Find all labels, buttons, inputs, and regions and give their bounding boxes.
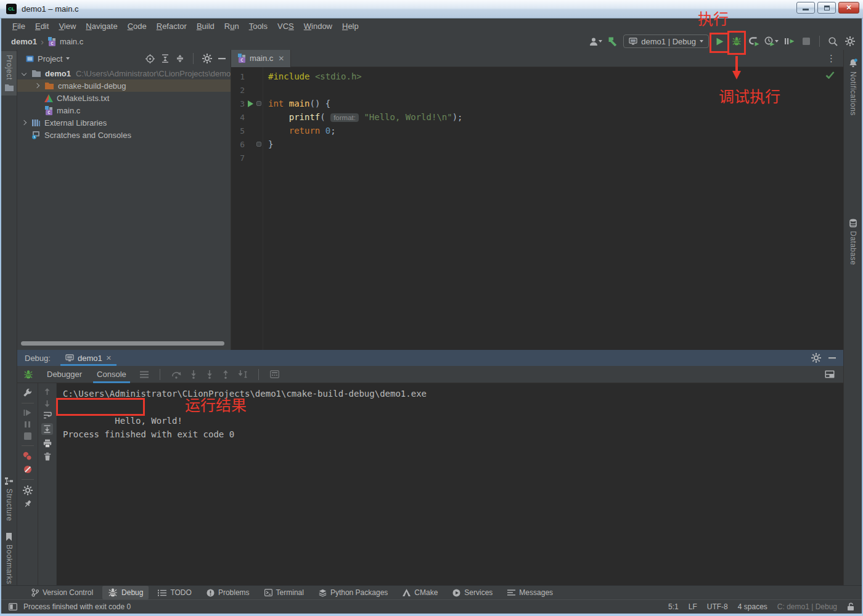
coverage-button[interactable] — [747, 34, 761, 49]
fold-marker-icon[interactable] — [256, 142, 261, 147]
hide-panel-icon[interactable] — [828, 357, 836, 359]
menu-run[interactable]: Run — [219, 20, 244, 32]
menu-window[interactable]: Window — [299, 20, 337, 32]
tab-console[interactable]: Console — [89, 366, 134, 383]
stop-icon[interactable] — [24, 432, 31, 440]
stripe-tab-bookmarks[interactable]: Bookmarks — [1, 529, 17, 588]
menu-vcs[interactable]: VCS — [272, 20, 299, 32]
breadcrumb-project[interactable]: demo1 — [11, 37, 37, 46]
force-step-into-icon[interactable] — [206, 370, 213, 379]
close-tab-icon[interactable]: ✕ — [278, 54, 284, 63]
minimize-button[interactable] — [796, 2, 815, 14]
tree-item-external-libraries[interactable]: External Libraries — [17, 116, 231, 129]
editor[interactable]: c main.c ✕ ⋮ 1234567 #include <stdio.h>i… — [231, 50, 843, 350]
mute-breakpoints-icon[interactable] — [23, 465, 32, 474]
tab-debugger[interactable]: Debugger — [39, 366, 89, 383]
menu-navigate[interactable]: Navigate — [81, 20, 122, 32]
editor-options-icon[interactable]: ⋮ — [827, 53, 836, 64]
chevron-down-icon[interactable] — [22, 71, 27, 76]
indent-style[interactable]: 4 spaces — [738, 602, 767, 611]
stripe-tab-project[interactable]: Project — [1, 51, 17, 95]
toolwindow-button-cmake[interactable]: CMake — [397, 586, 443, 599]
restore-layout-icon[interactable] — [825, 370, 835, 378]
close-session-icon[interactable]: ✕ — [106, 354, 112, 362]
menu-refactor[interactable]: Refactor — [152, 20, 192, 32]
menu-tools[interactable]: Tools — [244, 20, 272, 32]
fold-marker-icon[interactable] — [256, 101, 261, 106]
gear-icon[interactable] — [202, 54, 212, 63]
toolwindow-button-debug[interactable]: Debug — [102, 586, 149, 599]
pin-icon[interactable] — [23, 500, 32, 508]
run-button[interactable]: 执行 — [713, 34, 726, 49]
stripe-tab-notifications[interactable]: Notifications — [844, 55, 862, 120]
debugger-settings-icon[interactable] — [23, 485, 33, 495]
horizontal-scrollbar[interactable] — [21, 341, 224, 346]
settings-button[interactable] — [843, 34, 857, 49]
menu-edit[interactable]: Edit — [30, 20, 54, 32]
maximize-button[interactable] — [817, 2, 836, 14]
menu-help[interactable]: Help — [337, 20, 364, 32]
toolwindow-button-terminal[interactable]: Terminal — [259, 586, 309, 599]
debug-button[interactable]: 调试执行 — [730, 34, 743, 49]
editor-tab-main-c[interactable]: c main.c ✕ — [231, 50, 291, 67]
chevron-down-icon[interactable] — [66, 57, 70, 60]
menu-view[interactable]: View — [54, 20, 81, 32]
stripe-tab-structure[interactable]: Structure — [1, 474, 17, 525]
hide-panel-icon[interactable] — [218, 58, 226, 60]
scroll-to-end-icon[interactable] — [41, 423, 53, 435]
lock-icon[interactable] — [847, 602, 854, 611]
step-over-icon[interactable] — [171, 370, 181, 379]
expand-all-icon[interactable] — [161, 54, 170, 63]
clear-console-icon[interactable] — [44, 452, 51, 461]
profiler-button[interactable] — [764, 34, 779, 49]
toolwindow-button-problems[interactable]: Problems — [201, 586, 255, 599]
search-everywhere-button[interactable] — [826, 34, 840, 49]
file-encoding[interactable]: UTF-8 — [707, 602, 728, 611]
build-button[interactable] — [606, 34, 620, 49]
evaluate-expression-icon[interactable] — [270, 370, 279, 378]
tree-item-cmakelists-txt[interactable]: CMakeLists.txt — [17, 92, 231, 104]
chevron-right-icon[interactable] — [35, 83, 40, 89]
run-to-cursor-icon[interactable] — [238, 370, 247, 379]
stop-button[interactable] — [800, 34, 813, 49]
stripe-tab-database[interactable]: Database — [844, 215, 862, 269]
pause-icon[interactable] — [24, 421, 31, 428]
step-out-icon[interactable] — [222, 370, 229, 379]
caret-position[interactable]: 5:1 — [668, 602, 679, 611]
run-line-icon[interactable] — [245, 100, 255, 107]
toolwindow-button-version-control[interactable]: Version Control — [26, 586, 99, 599]
toolwindow-button-todo[interactable]: TODO — [152, 586, 197, 599]
tree-item-main-c[interactable]: cmain.c — [17, 104, 231, 116]
toolwindow-button-python-packages[interactable]: Python Packages — [313, 586, 393, 599]
tree-item-demo1[interactable]: demo1C:\Users\Administrator\CLionProject… — [17, 67, 231, 79]
toolwindow-button-services[interactable]: Services — [447, 586, 498, 599]
print-icon[interactable] — [43, 439, 52, 448]
menu-build[interactable]: Build — [192, 20, 219, 32]
toolwindow-button-messages[interactable]: Messages — [502, 586, 558, 599]
prev-occurrence-icon[interactable] — [44, 388, 51, 395]
close-button[interactable]: ✕ — [838, 2, 859, 14]
debug-session-tab[interactable]: demo1 ✕ — [60, 350, 117, 366]
resume-icon[interactable] — [23, 409, 31, 416]
step-into-icon[interactable] — [190, 370, 197, 379]
chevron-right-icon[interactable] — [22, 120, 27, 126]
soft-wrap-icon[interactable] — [43, 411, 52, 419]
tool-window-toggle-icon[interactable] — [9, 603, 17, 610]
debug-console[interactable]: C:\Users\Administrator\CLionProjects\dem… — [57, 383, 843, 585]
collapse-all-icon[interactable] — [176, 54, 184, 63]
run-configuration-select[interactable]: demo1 | Debug — [623, 34, 709, 48]
breadcrumb-file[interactable]: main.c — [60, 37, 83, 46]
locate-file-icon[interactable] — [145, 54, 155, 63]
project-panel-title[interactable]: Project — [38, 54, 62, 63]
user-button[interactable] — [589, 34, 602, 49]
gear-icon[interactable] — [811, 353, 821, 363]
threads-view-icon[interactable] — [140, 371, 149, 378]
next-occurrence-icon[interactable] — [44, 400, 51, 407]
view-breakpoints-icon[interactable] — [23, 452, 32, 461]
tree-item-cmake-build-debug[interactable]: cmake-build-debug — [17, 79, 231, 92]
line-separator[interactable]: LF — [689, 602, 697, 611]
attach-to-process-button[interactable] — [782, 34, 796, 49]
code-area[interactable]: #include <stdio.h>int main() { printf( f… — [263, 67, 843, 350]
tree-item-scratches-and-consoles[interactable]: Scratches and Consoles — [17, 129, 231, 141]
menu-code[interactable]: Code — [123, 20, 152, 32]
